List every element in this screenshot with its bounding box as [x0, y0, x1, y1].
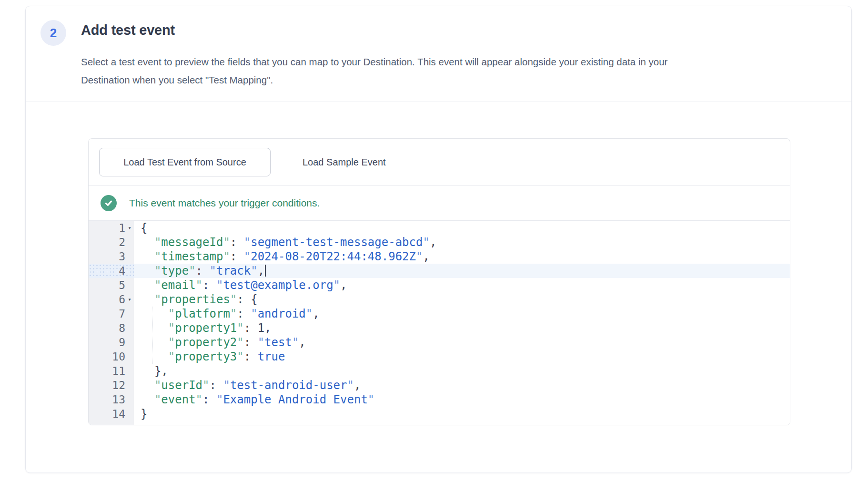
token-p: ,	[430, 236, 436, 249]
load-sample-event-button[interactable]: Load Sample Event	[298, 148, 391, 176]
fold-spacer	[125, 307, 134, 321]
token-p	[141, 278, 154, 292]
token-vq: "	[416, 250, 423, 263]
load-test-event-button[interactable]: Load Test Event from Source	[99, 148, 271, 176]
token-p: },	[141, 364, 168, 378]
gutter-cell: 11	[89, 364, 134, 378]
gutter-cell: 14	[89, 407, 134, 421]
code-line[interactable]: 3 "timestamp": "2024-08-20T22:44:48.962Z…	[89, 249, 790, 264]
code-line[interactable]: 1▾{	[89, 221, 790, 235]
code-line[interactable]: 5 "email": "test@example.org",	[89, 278, 790, 292]
page: { "step": { "number": "2", "title": "Add…	[0, 0, 868, 494]
gutter-cell: 7	[89, 307, 134, 321]
token-kq: "	[154, 278, 161, 292]
gutter-cell: 2	[89, 235, 134, 249]
token-p	[141, 264, 154, 278]
token-kq: "	[237, 350, 243, 363]
step-number-badge: 2	[40, 20, 66, 46]
code-text[interactable]: "messageId": "segment-test-message-abcd"…	[134, 235, 790, 249]
token-p	[141, 393, 154, 406]
token-p: ,	[264, 321, 271, 335]
code-text[interactable]: "property1": 1,	[134, 321, 790, 335]
token-kq: "	[168, 321, 175, 335]
code-text[interactable]: }	[134, 407, 790, 421]
gutter-cell: 5	[89, 278, 134, 292]
check-circle-icon	[101, 195, 117, 211]
code-line[interactable]: 7 "platform": "android",	[89, 307, 790, 321]
token-v: segment-test-message-abcd	[251, 236, 423, 249]
line-number: 2	[89, 235, 125, 249]
code-line[interactable]: 13 "event": "Example Android Event"	[89, 392, 790, 407]
code-line[interactable]: 8 "property1": 1,	[89, 321, 790, 335]
code-text[interactable]: "properties": {	[134, 292, 790, 307]
code-text[interactable]: "property2": "test",	[134, 335, 790, 350]
fold-spacer	[125, 278, 134, 292]
code-line[interactable]: 4 "type": "track",	[89, 264, 790, 278]
code-text[interactable]: },	[134, 364, 790, 378]
token-p: :	[202, 278, 216, 292]
token-vq: "	[244, 236, 251, 249]
code-text[interactable]: "timestamp": "2024-08-20T22:44:48.962Z",	[134, 249, 790, 264]
token-k: type	[161, 264, 189, 278]
token-kq: "	[230, 293, 237, 306]
header-divider	[26, 102, 851, 102]
token-p: ,	[258, 264, 264, 278]
token-p: ,	[313, 307, 319, 320]
token-vq: "	[423, 236, 429, 249]
token-vq: "	[210, 264, 216, 278]
code-text[interactable]: "event": "Example Android Event"	[134, 392, 790, 407]
text-cursor	[265, 265, 266, 277]
gutter-cell: 8	[89, 321, 134, 335]
fold-spacer	[125, 378, 134, 392]
token-vq: "	[216, 278, 223, 292]
code-line[interactable]: 9 "property2": "test",	[89, 335, 790, 350]
code-line[interactable]: 10 "property3": true	[89, 350, 790, 364]
token-vq: "	[368, 393, 374, 406]
code-text[interactable]: {	[134, 221, 790, 235]
json-code-editor[interactable]: 1▾{2 "messageId": "segment-test-message-…	[89, 220, 790, 425]
gutter-cell: 4	[89, 264, 134, 278]
token-p	[141, 321, 168, 335]
fold-toggle-icon[interactable]: ▾	[125, 221, 134, 235]
code-line[interactable]: 2 "messageId": "segment-test-message-abc…	[89, 235, 790, 249]
token-p: :	[210, 379, 223, 392]
token-k: platform	[175, 307, 230, 320]
token-kq: "	[154, 379, 161, 392]
code-line[interactable]: 12 "userId": "test-android-user",	[89, 378, 790, 392]
line-number: 13	[89, 392, 125, 407]
token-p: {	[141, 221, 147, 235]
step-description-line1: Select a test event to preview the field…	[81, 53, 838, 71]
token-kq: "	[237, 321, 243, 335]
code-text[interactable]: "property3": true	[134, 350, 790, 364]
fold-spacer	[125, 235, 134, 249]
code-text[interactable]: "platform": "android",	[134, 307, 790, 321]
token-v: test	[264, 336, 292, 349]
token-k: properties	[161, 293, 230, 306]
token-p: ,	[423, 250, 429, 263]
token-k: event	[161, 393, 195, 406]
token-v: android	[258, 307, 306, 320]
line-number: 9	[89, 335, 125, 350]
line-number: 11	[89, 364, 125, 378]
token-kq: "	[223, 236, 230, 249]
code-text[interactable]: "userId": "test-android-user",	[134, 378, 790, 392]
token-p: :	[244, 321, 258, 335]
token-p: ,	[299, 336, 305, 349]
fold-toggle-icon[interactable]: ▾	[125, 292, 134, 307]
token-p: :	[230, 250, 244, 263]
token-n: 1	[258, 321, 264, 335]
line-number: 10	[89, 350, 125, 364]
code-line[interactable]: 14}	[89, 407, 790, 421]
line-number: 6	[89, 292, 125, 307]
token-p	[141, 307, 168, 320]
token-kq: "	[196, 393, 202, 406]
gutter-cell: 10	[89, 350, 134, 364]
token-p	[141, 379, 154, 392]
code-line[interactable]: 11 },	[89, 364, 790, 378]
token-vq: "	[251, 307, 257, 320]
token-p	[141, 336, 168, 349]
code-line[interactable]: 6▾ "properties": {	[89, 292, 790, 307]
code-text[interactable]: "email": "test@example.org",	[134, 278, 790, 292]
token-vq: "	[244, 250, 251, 263]
code-text[interactable]: "type": "track",	[134, 264, 790, 278]
